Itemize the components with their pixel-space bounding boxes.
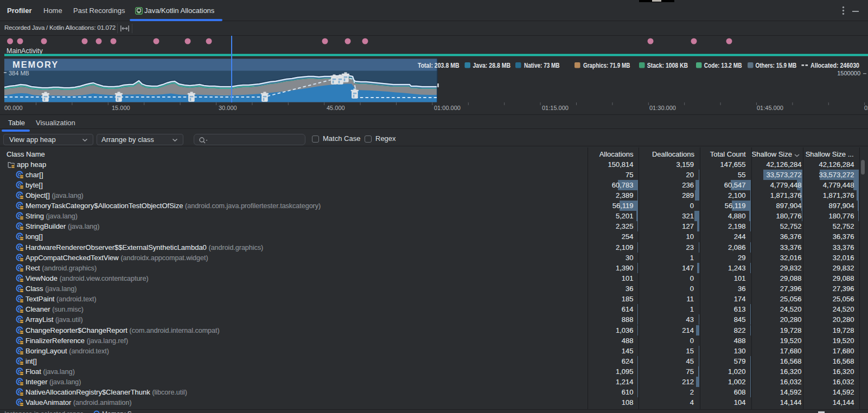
svg-text:00.000: 00.000 <box>4 105 23 111</box>
svg-text:Java: 28.8 MB: Java: 28.8 MB <box>473 62 511 69</box>
svg-text:15.000: 15.000 <box>112 105 130 111</box>
svg-text:384 MB: 384 MB <box>9 70 29 76</box>
svg-text:45.000: 45.000 <box>327 105 345 111</box>
svg-text:02:0: 02:0 <box>864 105 868 111</box>
svg-text:01:45.000: 01:45.000 <box>757 105 783 111</box>
svg-text:Graphics: 71.9 MB: Graphics: 71.9 MB <box>583 62 630 69</box>
svg-text:1500000: 1500000 <box>837 70 860 76</box>
svg-text:Stack: 1008 KB: Stack: 1008 KB <box>647 62 688 69</box>
svg-text:Allocated: 246030: Allocated: 246030 <box>810 62 859 69</box>
svg-text:01:30.000: 01:30.000 <box>649 105 676 111</box>
svg-text:Others: 15.9 MB: Others: 15.9 MB <box>756 62 797 69</box>
svg-text:MEMORY: MEMORY <box>12 60 59 69</box>
svg-text:Total: 203.8 MB: Total: 203.8 MB <box>418 62 459 69</box>
svg-text:Native: 73 MB: Native: 73 MB <box>524 62 560 69</box>
svg-text:MainActivity: MainActivity <box>7 47 43 55</box>
svg-text:30.000: 30.000 <box>219 105 237 111</box>
svg-text:Code: 13.2 MB: Code: 13.2 MB <box>704 62 742 69</box>
svg-text:01:15.000: 01:15.000 <box>542 105 569 111</box>
svg-text:01:00.000: 01:00.000 <box>434 105 461 111</box>
